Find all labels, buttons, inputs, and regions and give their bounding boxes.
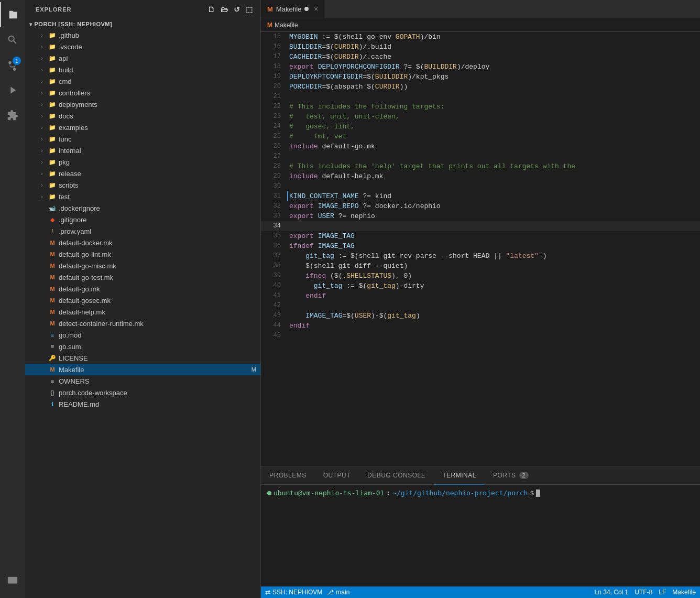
line-number: 18 [261, 62, 287, 72]
file-workspace[interactable]: {} porch.code-workspace [25, 387, 260, 398]
folder-build[interactable]: › 📁 build [25, 64, 260, 75]
line-content [287, 301, 700, 311]
file-label: default-go.mk [59, 285, 256, 293]
source-control-activity-icon[interactable]: 1 [0, 52, 25, 78]
branch-status[interactable]: ⎇ main [326, 589, 349, 596]
folder-docs[interactable]: › 📁 docs [25, 110, 260, 122]
file-label: README.md [59, 400, 256, 408]
source-control-badge: 1 [13, 57, 21, 65]
ports-tab[interactable]: PORTS 2 [485, 466, 537, 485]
new-folder-icon[interactable]: 🗁 [220, 4, 229, 15]
file-makefile[interactable]: M Makefile M [25, 364, 260, 375]
terminal-label: TERMINAL [442, 472, 476, 479]
folder-api[interactable]: › 📁 api [25, 52, 260, 64]
file-prow-yaml[interactable]: ! .prow.yaml [25, 225, 260, 237]
spacer [38, 388, 46, 397]
folder-scripts[interactable]: › 📁 scripts [25, 179, 260, 191]
terminal-content[interactable]: ubuntu@vm-nephio-ts-liam-01 : ~/git/gith… [261, 485, 700, 586]
line-number: 21 [261, 92, 287, 102]
folder-label: build [59, 66, 256, 74]
makefile-tab[interactable]: M Makefile × [261, 0, 325, 18]
folder-controllers[interactable]: › 📁 controllers [25, 87, 260, 99]
folder-label: cmd [59, 78, 256, 85]
files-activity-icon[interactable] [0, 2, 25, 27]
folder-deployments[interactable]: › 📁 deployments [25, 99, 260, 110]
problems-tab[interactable]: PROBLEMS [261, 466, 315, 485]
collapse-icon[interactable]: ⬚ [245, 4, 254, 15]
spacer [38, 215, 46, 224]
spacer [38, 238, 46, 247]
editor-line-42: 42 [261, 301, 700, 311]
file-default-docker[interactable]: M default-docker.mk [25, 237, 260, 248]
extensions-activity-icon[interactable] [0, 103, 25, 128]
file-default-go-lint[interactable]: M default-go-lint.mk [25, 248, 260, 260]
line-number: 27 [261, 151, 287, 161]
branch-label: main [336, 589, 349, 596]
debug-console-tab[interactable]: DEBUG CONSOLE [359, 466, 434, 485]
language-status[interactable]: Makefile [672, 589, 696, 596]
folder-test[interactable]: › 📁 test [25, 191, 260, 202]
line-number: 43 [261, 311, 287, 321]
file-readme[interactable]: ℹ README.md [25, 398, 260, 410]
main-area: M Makefile × M Makefile 15 MYGOBIN := $(… [261, 0, 700, 598]
editor-line-45: 45 [261, 331, 700, 341]
remote-status[interactable]: ⇄ SSH: NEPHIOVM [265, 589, 322, 596]
folder-func[interactable]: › 📁 func [25, 133, 260, 145]
search-activity-icon[interactable] [0, 27, 25, 52]
folder-vscode[interactable]: › 📁 .vscode [25, 41, 260, 52]
file-default-go[interactable]: M default-go.mk [25, 283, 260, 295]
sidebar-header-icons: 🗋 🗁 ↺ ⬚ [206, 4, 254, 15]
file-detect-container[interactable]: M detect-container-runtime.mk [25, 318, 260, 329]
position-status[interactable]: Ln 34, Col 1 [595, 589, 629, 596]
terminal-dollar: $ [530, 489, 534, 497]
new-file-icon[interactable]: 🗋 [206, 4, 216, 15]
line-number: 36 [261, 241, 287, 251]
chevron-right-icon: › [38, 66, 46, 74]
editor-line-36: 36 ifndef IMAGE_TAG [261, 241, 700, 251]
file-owners[interactable]: ≡ OWNERS [25, 375, 260, 387]
output-tab[interactable]: OUTPUT [315, 466, 359, 485]
editor-line-39: 39 ifneq ($(.SHELLSTATUS), 0) [261, 271, 700, 281]
spacer [38, 342, 46, 351]
folder-github[interactable]: › 📁 .github [25, 29, 260, 41]
makefile-icon: M [48, 296, 57, 305]
line-ending-status[interactable]: LF [659, 589, 666, 596]
file-go-sum[interactable]: ≡ go.sum [25, 341, 260, 352]
editor-line-29: 29 include default-help.mk [261, 171, 700, 181]
file-label: go.sum [59, 343, 256, 351]
refresh-icon[interactable]: ↺ [233, 4, 242, 15]
folder-examples[interactable]: › 📁 examples [25, 122, 260, 133]
file-default-gosec[interactable]: M default-gosec.mk [25, 295, 260, 306]
terminal-prompt: ubuntu@vm-nephio-ts-liam-01 : ~/git/gith… [267, 489, 694, 497]
editor-line-31: 31 KIND_CONTEXT_NAME ?= kind [261, 191, 700, 201]
line-content [287, 331, 700, 341]
chevron-right-icon: › [38, 54, 46, 62]
file-default-go-test[interactable]: M default-go-test.mk [25, 271, 260, 283]
file-go-mod[interactable]: ≡ go.mod [25, 329, 260, 341]
file-license[interactable]: 🔑 LICENSE [25, 352, 260, 364]
folder-internal[interactable]: › 📁 internal [25, 145, 260, 156]
line-content: # test, unit, unit-clean, [287, 112, 700, 122]
file-default-help[interactable]: M default-help.mk [25, 306, 260, 318]
line-content [287, 92, 700, 102]
file-default-go-misc[interactable]: M default-go-misc.mk [25, 260, 260, 271]
folder-release[interactable]: › 📁 release [25, 168, 260, 179]
line-number: 39 [261, 271, 287, 281]
run-activity-icon[interactable] [0, 78, 25, 103]
folder-pkg[interactable]: › 📁 pkg [25, 156, 260, 168]
ports-label: PORTS [493, 472, 516, 479]
encoding-status[interactable]: UTF-8 [635, 589, 652, 596]
code-editor[interactable]: 15 MYGOBIN := $(shell go env GOPATH)/bin… [261, 32, 700, 466]
file-gitignore[interactable]: ◆ .gitignore [25, 214, 260, 225]
root-folder-header[interactable]: ▾ PORCH [SSH: NEPHIOVM] [25, 19, 260, 29]
line-number: 31 [261, 191, 287, 201]
close-tab-button[interactable]: × [314, 5, 318, 13]
remote-activity-icon[interactable] [0, 569, 25, 594]
terminal-tab[interactable]: TERMINAL [434, 466, 485, 485]
editor-line-23: 23 # test, unit, unit-clean, [261, 112, 700, 122]
editor-line-17: 17 CACHEDIR=$(CURDIR)/.cache [261, 52, 700, 62]
line-number: 44 [261, 321, 287, 331]
folder-cmd[interactable]: › 📁 cmd [25, 75, 260, 87]
file-dockerignore[interactable]: 🐋 .dockerignore [25, 202, 260, 214]
chevron-right-icon: › [38, 146, 46, 155]
